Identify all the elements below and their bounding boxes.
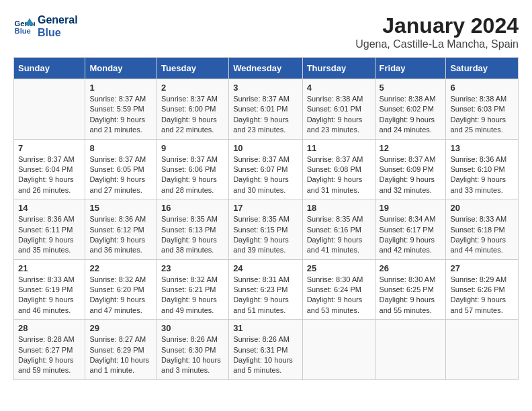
calendar-cell: 8Sunrise: 8:37 AM Sunset: 6:05 PM Daylig… xyxy=(85,139,157,199)
day-number: 31 xyxy=(233,323,298,333)
day-info: Sunrise: 8:30 AM Sunset: 6:24 PM Dayligh… xyxy=(307,275,371,316)
calendar-cell: 5Sunrise: 8:38 AM Sunset: 6:02 PM Daylig… xyxy=(375,79,446,140)
logo-general: General xyxy=(38,13,78,26)
calendar-cell xyxy=(446,320,519,380)
day-number: 1 xyxy=(89,83,152,93)
logo-icon: General Blue xyxy=(13,15,35,37)
day-info: Sunrise: 8:28 AM Sunset: 6:27 PM Dayligh… xyxy=(18,334,81,376)
day-of-week-header: Saturday xyxy=(446,58,519,79)
day-info: Sunrise: 8:37 AM Sunset: 6:08 PM Dayligh… xyxy=(307,154,371,196)
day-number: 24 xyxy=(233,263,298,273)
calendar-cell: 27Sunrise: 8:29 AM Sunset: 6:26 PM Dayli… xyxy=(446,259,519,320)
calendar-cell: 6Sunrise: 8:38 AM Sunset: 6:03 PM Daylig… xyxy=(446,79,519,140)
day-info: Sunrise: 8:37 AM Sunset: 5:59 PM Dayligh… xyxy=(89,94,152,136)
day-number: 29 xyxy=(89,323,152,333)
day-info: Sunrise: 8:35 AM Sunset: 6:15 PM Dayligh… xyxy=(233,214,298,256)
day-number: 28 xyxy=(18,323,81,333)
calendar-cell: 1Sunrise: 8:37 AM Sunset: 5:59 PM Daylig… xyxy=(85,79,157,140)
day-number: 13 xyxy=(450,143,514,153)
day-number: 26 xyxy=(380,263,442,273)
calendar-cell: 30Sunrise: 8:26 AM Sunset: 6:30 PM Dayli… xyxy=(157,320,229,380)
day-info: Sunrise: 8:26 AM Sunset: 6:30 PM Dayligh… xyxy=(161,334,224,376)
day-number: 7 xyxy=(18,143,81,153)
calendar-week-row: 1Sunrise: 8:37 AM Sunset: 5:59 PM Daylig… xyxy=(14,79,519,140)
calendar-cell: 21Sunrise: 8:33 AM Sunset: 6:19 PM Dayli… xyxy=(14,259,85,320)
calendar-cell: 29Sunrise: 8:27 AM Sunset: 6:29 PM Dayli… xyxy=(85,320,157,380)
day-number: 5 xyxy=(380,83,442,93)
day-info: Sunrise: 8:27 AM Sunset: 6:29 PM Dayligh… xyxy=(89,334,152,376)
calendar-cell: 17Sunrise: 8:35 AM Sunset: 6:15 PM Dayli… xyxy=(229,199,303,260)
day-of-week-header: Monday xyxy=(85,58,157,79)
calendar-cell: 19Sunrise: 8:34 AM Sunset: 6:17 PM Dayli… xyxy=(375,199,446,260)
calendar-title: January 2024 xyxy=(355,13,519,38)
calendar-cell xyxy=(14,79,85,140)
day-info: Sunrise: 8:35 AM Sunset: 6:16 PM Dayligh… xyxy=(307,214,371,256)
day-number: 16 xyxy=(161,203,224,213)
day-info: Sunrise: 8:37 AM Sunset: 6:01 PM Dayligh… xyxy=(233,94,298,136)
calendar-cell: 31Sunrise: 8:26 AM Sunset: 6:31 PM Dayli… xyxy=(229,320,303,380)
calendar-cell: 10Sunrise: 8:37 AM Sunset: 6:07 PM Dayli… xyxy=(229,139,303,199)
day-info: Sunrise: 8:37 AM Sunset: 6:00 PM Dayligh… xyxy=(161,94,224,136)
day-of-week-header: Wednesday xyxy=(229,58,303,79)
logo: General Blue General Blue xyxy=(13,13,78,39)
calendar-cell: 3Sunrise: 8:37 AM Sunset: 6:01 PM Daylig… xyxy=(229,79,303,140)
calendar-cell: 28Sunrise: 8:28 AM Sunset: 6:27 PM Dayli… xyxy=(14,320,85,380)
calendar-cell: 18Sunrise: 8:35 AM Sunset: 6:16 PM Dayli… xyxy=(302,199,375,260)
day-number: 18 xyxy=(307,203,371,213)
calendar-cell: 23Sunrise: 8:32 AM Sunset: 6:21 PM Dayli… xyxy=(157,259,229,320)
day-number: 20 xyxy=(450,203,514,213)
day-number: 2 xyxy=(161,83,224,93)
calendar-subtitle: Ugena, Castille-La Mancha, Spain xyxy=(355,38,519,50)
day-number: 14 xyxy=(18,203,81,213)
day-info: Sunrise: 8:31 AM Sunset: 6:23 PM Dayligh… xyxy=(233,275,298,316)
calendar-cell: 9Sunrise: 8:37 AM Sunset: 6:06 PM Daylig… xyxy=(157,139,229,199)
day-info: Sunrise: 8:33 AM Sunset: 6:18 PM Dayligh… xyxy=(450,214,514,256)
day-of-week-header: Thursday xyxy=(302,58,375,79)
day-info: Sunrise: 8:37 AM Sunset: 6:06 PM Dayligh… xyxy=(161,154,224,196)
day-info: Sunrise: 8:29 AM Sunset: 6:26 PM Dayligh… xyxy=(450,275,514,316)
day-number: 11 xyxy=(307,143,371,153)
calendar-body: 1Sunrise: 8:37 AM Sunset: 5:59 PM Daylig… xyxy=(14,79,519,380)
day-number: 27 xyxy=(450,263,514,273)
day-info: Sunrise: 8:37 AM Sunset: 6:04 PM Dayligh… xyxy=(18,154,81,196)
day-of-week-header: Sunday xyxy=(14,58,85,79)
day-info: Sunrise: 8:33 AM Sunset: 6:19 PM Dayligh… xyxy=(18,275,81,316)
day-info: Sunrise: 8:38 AM Sunset: 6:01 PM Dayligh… xyxy=(307,94,371,136)
calendar-cell: 7Sunrise: 8:37 AM Sunset: 6:04 PM Daylig… xyxy=(14,139,85,199)
day-number: 23 xyxy=(161,263,224,273)
day-info: Sunrise: 8:38 AM Sunset: 6:03 PM Dayligh… xyxy=(450,94,514,136)
day-of-week-header: Tuesday xyxy=(157,58,229,79)
day-info: Sunrise: 8:35 AM Sunset: 6:13 PM Dayligh… xyxy=(161,214,224,256)
day-number: 4 xyxy=(307,83,371,93)
day-number: 15 xyxy=(89,203,152,213)
day-info: Sunrise: 8:38 AM Sunset: 6:02 PM Dayligh… xyxy=(380,94,442,136)
calendar-cell: 15Sunrise: 8:36 AM Sunset: 6:12 PM Dayli… xyxy=(85,199,157,260)
day-number: 8 xyxy=(89,143,152,153)
day-info: Sunrise: 8:37 AM Sunset: 6:05 PM Dayligh… xyxy=(89,154,152,196)
day-number: 25 xyxy=(307,263,371,273)
calendar-week-row: 28Sunrise: 8:28 AM Sunset: 6:27 PM Dayli… xyxy=(14,320,519,380)
calendar-cell: 22Sunrise: 8:32 AM Sunset: 6:20 PM Dayli… xyxy=(85,259,157,320)
calendar-cell: 2Sunrise: 8:37 AM Sunset: 6:00 PM Daylig… xyxy=(157,79,229,140)
calendar-week-row: 21Sunrise: 8:33 AM Sunset: 6:19 PM Dayli… xyxy=(14,259,519,320)
calendar-cell xyxy=(302,320,375,380)
calendar-cell: 11Sunrise: 8:37 AM Sunset: 6:08 PM Dayli… xyxy=(302,139,375,199)
day-number: 12 xyxy=(380,143,442,153)
calendar-cell: 13Sunrise: 8:36 AM Sunset: 6:10 PM Dayli… xyxy=(446,139,519,199)
day-info: Sunrise: 8:26 AM Sunset: 6:31 PM Dayligh… xyxy=(233,334,298,376)
day-info: Sunrise: 8:37 AM Sunset: 6:09 PM Dayligh… xyxy=(380,154,442,196)
day-number: 6 xyxy=(450,83,514,93)
day-of-week-header: Friday xyxy=(375,58,446,79)
day-number: 9 xyxy=(161,143,224,153)
day-info: Sunrise: 8:36 AM Sunset: 6:12 PM Dayligh… xyxy=(89,214,152,256)
page-header: General Blue General Blue January 2024 U… xyxy=(13,13,519,50)
day-number: 30 xyxy=(161,323,224,333)
calendar-cell: 24Sunrise: 8:31 AM Sunset: 6:23 PM Dayli… xyxy=(229,259,303,320)
day-info: Sunrise: 8:37 AM Sunset: 6:07 PM Dayligh… xyxy=(233,154,298,196)
calendar-table: SundayMondayTuesdayWednesdayThursdayFrid… xyxy=(13,57,519,380)
day-number: 22 xyxy=(89,263,152,273)
calendar-cell: 14Sunrise: 8:36 AM Sunset: 6:11 PM Dayli… xyxy=(14,199,85,260)
day-info: Sunrise: 8:30 AM Sunset: 6:25 PM Dayligh… xyxy=(380,275,442,316)
calendar-cell: 26Sunrise: 8:30 AM Sunset: 6:25 PM Dayli… xyxy=(375,259,446,320)
day-info: Sunrise: 8:32 AM Sunset: 6:21 PM Dayligh… xyxy=(161,275,224,316)
